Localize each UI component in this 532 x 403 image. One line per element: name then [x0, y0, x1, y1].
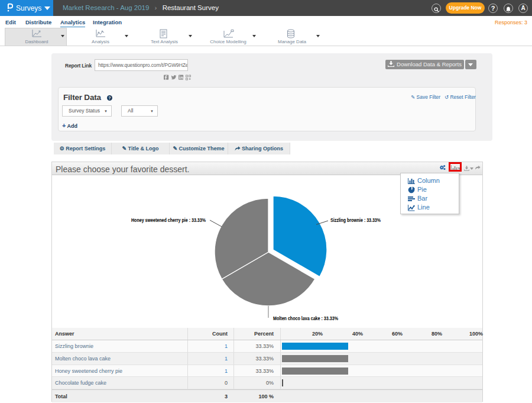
svg-text:Honey sweetened cherry pie : 3: Honey sweetened cherry pie : 33.33% [131, 217, 206, 223]
svg-text:Sizzling brownie : 33.33%: Sizzling brownie : 33.33% [330, 217, 381, 223]
svg-text:Molten choco lava cake : 33.33: Molten choco lava cake : 33.33% [273, 315, 338, 321]
